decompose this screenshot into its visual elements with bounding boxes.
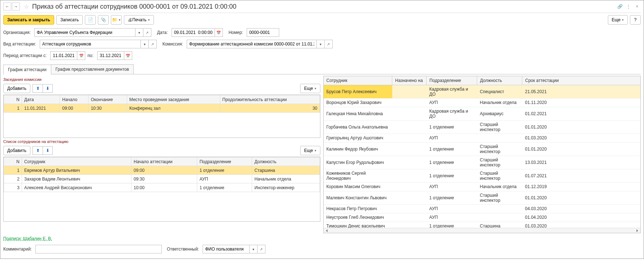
attach-icon[interactable]: 📎	[98, 15, 109, 25]
table-row[interactable]: Малевич Константин Львович1 отделениеСта…	[324, 191, 641, 204]
table-row[interactable]: Неустроев Глеб ЛеонидовичАУП01.04.2020	[324, 213, 641, 222]
table-row[interactable]: Некрасов Петр ПетровичАУП04.03.2020	[324, 204, 641, 213]
table-row[interactable]: 111.01.202109:0010:30Конференц зал30	[4, 104, 320, 113]
col-start[interactable]: Начало аттестации	[131, 157, 197, 166]
col-n[interactable]: N	[4, 157, 22, 166]
window-header: ← → ☆ Приказ об аттестации сотрудников 0…	[3, 0, 641, 13]
col-start[interactable]: Начало	[60, 95, 88, 104]
more-menu-icon[interactable]: ⋮	[625, 3, 632, 10]
type-open-icon[interactable]: ↗	[149, 40, 157, 48]
sessions-table: N Дата Начало Окончание Место проведения…	[4, 95, 320, 113]
col-term[interactable]: Срок аттестации	[522, 76, 641, 85]
print-button[interactable]: 🖨 Печать ▾	[124, 15, 154, 25]
table-row[interactable]: Воронцов Юрий ЗахаровичАУПНачальник отде…	[324, 98, 641, 107]
employees-more-button[interactable]: Еще ▾	[300, 146, 320, 155]
more-button[interactable]: Еще ▾	[608, 15, 628, 25]
col-pos[interactable]: Должность	[477, 76, 522, 85]
table-row[interactable]: Галецкая Нина МихайловнаКадровая служба …	[324, 107, 641, 120]
date-calendar-icon[interactable]: 📅	[215, 28, 223, 37]
close-icon[interactable]: ×	[634, 3, 641, 10]
commission-open-icon[interactable]: ↗	[325, 40, 333, 48]
folder-icon[interactable]: 📁▾	[111, 15, 122, 25]
sessions-move-up-icon[interactable]: ⬆	[33, 84, 43, 93]
all-employees-table: Сотрудник Назначено на Подразделение Дол…	[324, 76, 641, 228]
period-from-calendar-icon[interactable]: 📅	[77, 51, 85, 60]
org-open-icon[interactable]: ↗	[143, 28, 151, 37]
period-from-input[interactable]	[50, 51, 77, 60]
col-dept[interactable]: Подразделение	[427, 76, 477, 85]
col-date[interactable]: Дата	[22, 95, 60, 104]
period-to-calendar-icon[interactable]: 📅	[124, 51, 132, 60]
help-button[interactable]: ?	[630, 15, 641, 25]
employees-title: Список сотрудников на аттестацию	[3, 138, 320, 144]
comment-input[interactable]	[35, 245, 162, 253]
table-row[interactable]: Горбачева Ольга Анатольевна1 отделениеСт…	[324, 120, 641, 134]
save-close-button[interactable]: Записать и закрыть	[3, 15, 54, 25]
toolbar: Записать и закрыть Записать 📄 📎 📁▾ 🖨 Печ…	[3, 13, 641, 27]
col-emp[interactable]: Сотрудник	[324, 76, 392, 85]
document-icon[interactable]: 📄	[85, 15, 96, 25]
col-n[interactable]: N	[4, 95, 22, 104]
tab-documents[interactable]: График предоставления документов	[51, 64, 134, 74]
period-to-input[interactable]	[97, 51, 124, 60]
type-label: Вид аттестации:	[3, 42, 36, 47]
period-to-label: по:	[87, 53, 94, 58]
table-row[interactable]: Капустин Егор Рудольфович1 отделениеСтар…	[324, 156, 641, 169]
col-end[interactable]: Окончание	[88, 95, 127, 104]
table-row[interactable]: 1Евремов Артур Витальевич09:001 отделени…	[4, 166, 320, 175]
employees-move-down-icon[interactable]: ⬇	[43, 146, 53, 155]
col-pos[interactable]: Должность	[252, 157, 320, 166]
favorite-icon[interactable]: ☆	[23, 3, 30, 10]
horizontal-scrollbar[interactable]	[324, 228, 641, 233]
number-label: Номер:	[229, 30, 243, 35]
employees-move-up-icon[interactable]: ⬆	[33, 146, 43, 155]
org-label: Организация:	[3, 30, 31, 35]
date-input[interactable]	[172, 28, 215, 37]
employees-table: N Сотрудник Начало аттестации Подразделе…	[4, 157, 320, 192]
table-row[interactable]: 3Алексеев Андрей Виссарионович10:001 отд…	[4, 183, 320, 192]
comment-label: Комментарий:	[3, 247, 32, 252]
forward-button[interactable]: →	[12, 3, 20, 10]
number-input[interactable]	[247, 28, 279, 37]
employees-add-button[interactable]: Добавить	[3, 146, 30, 155]
signatures-link[interactable]: Подписи: Шабалин Е. В.	[3, 233, 52, 243]
responsible-dropdown-icon[interactable]: ▾	[250, 245, 258, 253]
save-button[interactable]: Записать	[56, 15, 83, 25]
sessions-move-down-icon[interactable]: ⬇	[43, 84, 53, 93]
org-dropdown-icon[interactable]: ▾	[135, 28, 143, 37]
back-button[interactable]: ←	[3, 3, 11, 10]
page-title: Приказ об аттестации сотрудников 0000-00…	[32, 3, 615, 10]
commission-input[interactable]	[187, 40, 317, 48]
link-icon[interactable]: 🔗	[616, 3, 623, 10]
col-emp[interactable]: Сотрудник	[22, 157, 131, 166]
col-place[interactable]: Место проведения заседания	[127, 95, 220, 104]
responsible-label: Ответственный:	[167, 247, 199, 252]
table-row[interactable]: Коровин Максим ОлеговичАУПНачальник отде…	[324, 182, 641, 191]
table-row[interactable]: Калинин Федор Якубович1 отделениеСтарший…	[324, 142, 641, 156]
table-row[interactable]: Григорьянц Артур АшотовичАУП01.03.2020	[324, 134, 641, 142]
sessions-title: Заседания комиссии	[3, 76, 320, 82]
table-row[interactable]: Тимошкин Денис васильевич1 отделениеСтар…	[324, 222, 641, 228]
type-input[interactable]	[40, 40, 141, 48]
tabs: График аттестации График предоставления …	[3, 64, 641, 74]
col-dur[interactable]: Продолжительность аттестации	[220, 95, 320, 104]
sessions-add-button[interactable]: Добавить	[3, 84, 30, 93]
sessions-more-button[interactable]: Еще ▾	[300, 84, 320, 93]
responsible-input[interactable]	[203, 245, 250, 253]
table-row[interactable]: Кожевников Сергей Леонидович1 отделениеС…	[324, 169, 641, 182]
col-assigned[interactable]: Назначено на	[392, 76, 427, 85]
table-row[interactable]: Брусов Петр АлексеевичКадровая служба и …	[324, 85, 641, 98]
org-input[interactable]	[34, 28, 135, 37]
responsible-open-icon[interactable]: ↗	[258, 245, 265, 253]
commission-dropdown-icon[interactable]: ▾	[317, 40, 325, 48]
col-dept[interactable]: Подразделение	[197, 157, 252, 166]
type-dropdown-icon[interactable]: ▾	[141, 40, 149, 48]
commission-label: Комиссия:	[163, 42, 183, 47]
table-row[interactable]: 2Захаров Вадим Леонтьевич09:30АУПНачальн…	[4, 175, 320, 183]
date-label: Дата:	[157, 30, 168, 35]
tab-schedule[interactable]: График аттестации	[3, 65, 51, 74]
period-from-label: Период аттестации с:	[3, 53, 47, 58]
